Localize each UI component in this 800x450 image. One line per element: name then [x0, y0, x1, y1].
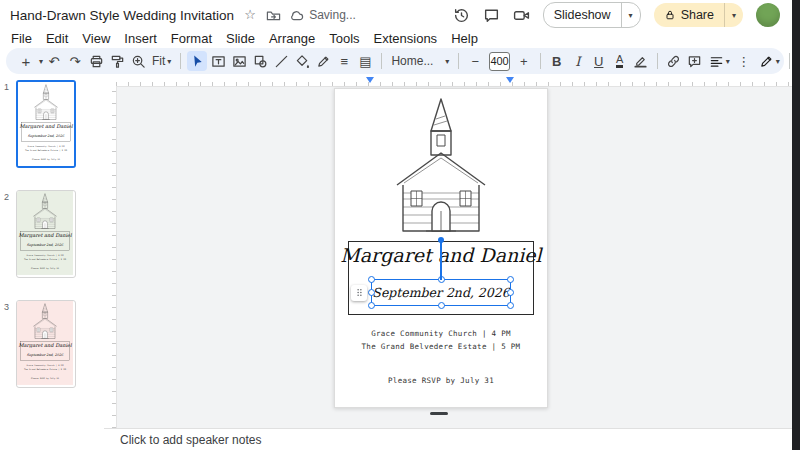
church-illustration[interactable]: [381, 97, 501, 237]
toolbar-separator: [540, 53, 541, 69]
zoom-value: Fit: [152, 54, 165, 68]
share-button[interactable]: Share: [654, 3, 724, 27]
drag-handle[interactable]: [351, 285, 367, 301]
resize-handle-middle-left[interactable]: [368, 289, 375, 296]
move-folder-icon[interactable]: [266, 8, 281, 23]
document-title[interactable]: Hand-Drawn Style Wedding Invitation: [10, 8, 234, 23]
venue-line-2: The Grand Belvedere Estate | 5 PM: [18, 149, 74, 151]
border-weight-button[interactable]: ≡: [334, 51, 354, 71]
resize-handle-top-left[interactable]: [368, 276, 375, 283]
text-color-button[interactable]: A: [610, 51, 630, 71]
titlebar: Hand-Drawn Style Wedding Invitation ☆ Sa…: [0, 0, 792, 30]
increase-font-size-button[interactable]: +: [514, 51, 534, 71]
date-text: September 2nd, 2026: [17, 243, 73, 247]
left-indent-marker[interactable]: [366, 77, 374, 83]
decrease-font-size-button[interactable]: −: [465, 51, 485, 71]
rotate-handle[interactable]: [438, 237, 444, 243]
new-slide-dropdown[interactable]: ▾: [39, 57, 43, 66]
drag-dots-icon: [354, 287, 365, 298]
slide-thumbnail-3[interactable]: Margaret and Daniel September 2nd, 2026 …: [16, 300, 76, 388]
menu-tools[interactable]: Tools: [322, 31, 366, 46]
menu-format[interactable]: Format: [164, 31, 219, 46]
caret-down-icon: ▾: [776, 57, 780, 66]
paint-format-button[interactable]: [107, 51, 127, 71]
italic-button[interactable]: I: [568, 51, 588, 71]
menu-arrange[interactable]: Arrange: [262, 31, 322, 46]
toolbar-separator: [458, 53, 459, 69]
slideshow-dropdown[interactable]: ▾: [621, 3, 640, 27]
slide-canvas[interactable]: Margaret and Daniel September 2nd, 2026 …: [334, 88, 548, 408]
font-family-value: Home...: [391, 54, 433, 68]
align-button[interactable]: ▾: [706, 54, 733, 69]
resize-handle-bottom-left[interactable]: [368, 302, 375, 309]
venue-line-1[interactable]: Grace Community Church | 4 PM: [335, 329, 547, 338]
right-indent-marker[interactable]: [506, 77, 514, 83]
resize-handle-top-right[interactable]: [507, 276, 514, 283]
share-dropdown[interactable]: ▾: [724, 3, 743, 27]
text-box-tool[interactable]: [208, 51, 228, 71]
resize-handle-middle-right[interactable]: [507, 289, 514, 296]
star-icon[interactable]: ☆: [242, 7, 258, 23]
account-avatar[interactable]: [756, 3, 780, 27]
print-button[interactable]: [86, 51, 106, 71]
zoom-icon[interactable]: [128, 51, 148, 71]
venue-line-1: Grace Community Church | 4 PM: [17, 254, 73, 256]
slideshow-button[interactable]: Slideshow: [544, 3, 621, 27]
venue-line-2[interactable]: The Grand Belvedere Estate | 5 PM: [335, 342, 547, 351]
meet-camera-icon[interactable]: [513, 7, 530, 24]
menu-insert[interactable]: Insert: [117, 31, 164, 46]
menu-file[interactable]: File: [4, 31, 39, 46]
selected-textbox-outline[interactable]: [371, 279, 511, 306]
bold-button[interactable]: B: [547, 51, 567, 71]
rotate-connector-line: [440, 242, 442, 280]
menu-edit[interactable]: Edit: [39, 31, 75, 46]
share-label: Share: [681, 8, 714, 22]
venue-line-2: The Grand Belvedere Estate | 5 PM: [17, 368, 73, 370]
save-status[interactable]: Saving...: [289, 8, 356, 23]
version-history-icon[interactable]: [453, 7, 470, 24]
slide-thumbnail-2[interactable]: Margaret and Daniel September 2nd, 2026 …: [16, 190, 76, 278]
insert-line-button[interactable]: [271, 51, 291, 71]
add-comment-button[interactable]: [685, 51, 705, 71]
menu-view[interactable]: View: [75, 31, 117, 46]
caret-down-icon: ▾: [167, 57, 171, 66]
speaker-notes-bar[interactable]: Click to add speaker notes: [104, 428, 792, 450]
font-size-input[interactable]: 400: [489, 52, 509, 71]
select-tool[interactable]: [187, 51, 207, 71]
comments-icon[interactable]: [483, 7, 500, 24]
slide-number: 2: [4, 192, 9, 202]
insert-image-button[interactable]: [229, 51, 249, 71]
new-slide-button[interactable]: +: [16, 51, 36, 71]
resize-handle-bottom-right[interactable]: [507, 302, 514, 309]
venue-line-1: Grace Community Church | 4 PM: [17, 364, 73, 366]
font-family-select[interactable]: Home... ▾: [388, 54, 452, 68]
ruler-corner: [104, 74, 116, 86]
zoom-select[interactable]: Fit ▾: [149, 54, 174, 68]
slide-thumbnail-1[interactable]: Margaret and Daniel September 2nd, 2026 …: [16, 80, 76, 168]
undo-button[interactable]: ↶: [44, 51, 64, 71]
more-options-button[interactable]: ⋮: [734, 51, 754, 71]
insert-shape-button[interactable]: [250, 51, 270, 71]
redo-button[interactable]: ↷: [65, 51, 85, 71]
editing-mode-select[interactable]: ▾: [756, 54, 783, 69]
menu-extensions[interactable]: Extensions: [367, 31, 445, 46]
resize-handle-bottom-middle[interactable]: [438, 302, 445, 309]
church-illustration: [30, 84, 62, 121]
insert-link-button[interactable]: [664, 51, 684, 71]
border-color-button[interactable]: [313, 51, 333, 71]
window-scrollbar[interactable]: [792, 0, 800, 450]
slide-filmstrip: 1 Margaret and Daniel September 2nd, 202…: [0, 74, 104, 428]
menu-help[interactable]: Help: [444, 31, 485, 46]
slide-number: 1: [4, 82, 9, 92]
menu-slide[interactable]: Slide: [219, 31, 262, 46]
underline-button[interactable]: U: [589, 51, 609, 71]
fill-color-button[interactable]: [292, 51, 312, 71]
notes-resize-handle[interactable]: [430, 412, 448, 415]
venue-line-2: The Grand Belvedere Estate | 5 PM: [17, 258, 73, 260]
highlight-color-button[interactable]: [631, 51, 651, 71]
caret-down-icon: ▾: [732, 11, 736, 20]
border-dash-button[interactable]: ▤: [355, 51, 375, 71]
couple-names-text: Margaret and Daniel: [18, 123, 74, 129]
rsvp-text[interactable]: Please RSVP by July 31: [335, 376, 547, 385]
caret-down-icon: ▾: [726, 57, 730, 66]
